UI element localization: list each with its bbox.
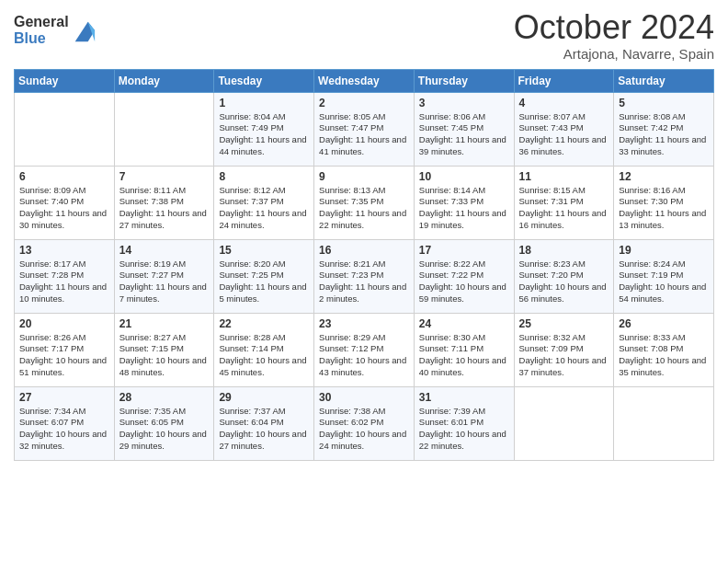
day-info: Sunrise: 8:33 AM Sunset: 7:08 PM Dayligh…	[619, 332, 709, 379]
location: Artajona, Navarre, Spain	[514, 46, 714, 62]
calendar-cell: 21Sunrise: 8:27 AM Sunset: 7:15 PM Dayli…	[114, 313, 214, 386]
day-number: 19	[619, 244, 709, 257]
day-info: Sunrise: 8:08 AM Sunset: 7:42 PM Dayligh…	[619, 111, 709, 158]
calendar-cell: 24Sunrise: 8:30 AM Sunset: 7:11 PM Dayli…	[414, 313, 514, 386]
day-info: Sunrise: 8:23 AM Sunset: 7:20 PM Dayligh…	[519, 259, 609, 305]
day-info: Sunrise: 8:06 AM Sunset: 7:45 PM Dayligh…	[419, 111, 509, 158]
calendar-cell: 6Sunrise: 8:09 AM Sunset: 7:40 PM Daylig…	[15, 166, 115, 239]
day-number: 30	[319, 391, 409, 404]
logo: General Blue	[14, 14, 97, 46]
day-number: 9	[319, 170, 409, 183]
calendar-cell: 26Sunrise: 8:33 AM Sunset: 7:08 PM Dayli…	[614, 313, 714, 386]
day-info: Sunrise: 7:37 AM Sunset: 6:04 PM Dayligh…	[219, 406, 309, 453]
calendar-cell: 5Sunrise: 8:08 AM Sunset: 7:42 PM Daylig…	[614, 92, 714, 166]
calendar-cell: 31Sunrise: 7:39 AM Sunset: 6:01 PM Dayli…	[414, 386, 514, 460]
day-info: Sunrise: 8:04 AM Sunset: 7:49 PM Dayligh…	[219, 111, 309, 158]
calendar-cell: 3Sunrise: 8:06 AM Sunset: 7:45 PM Daylig…	[414, 92, 514, 166]
day-number: 31	[419, 391, 509, 404]
day-number: 1	[219, 97, 309, 109]
day-number: 16	[319, 244, 409, 257]
col-wednesday: Wednesday	[314, 69, 415, 92]
calendar-cell: 12Sunrise: 8:16 AM Sunset: 7:30 PM Dayli…	[614, 166, 714, 239]
day-info: Sunrise: 8:11 AM Sunset: 7:38 PM Dayligh…	[119, 185, 210, 232]
calendar-body: 1Sunrise: 8:04 AM Sunset: 7:49 PM Daylig…	[15, 92, 714, 460]
calendar-cell: 13Sunrise: 8:17 AM Sunset: 7:28 PM Dayli…	[15, 239, 115, 313]
day-info: Sunrise: 8:30 AM Sunset: 7:11 PM Dayligh…	[419, 332, 509, 379]
calendar-cell: 29Sunrise: 7:37 AM Sunset: 6:04 PM Dayli…	[214, 386, 314, 460]
calendar-cell: 7Sunrise: 8:11 AM Sunset: 7:38 PM Daylig…	[114, 166, 214, 239]
day-info: Sunrise: 8:21 AM Sunset: 7:23 PM Dayligh…	[319, 259, 409, 305]
calendar-cell: 30Sunrise: 7:38 AM Sunset: 6:02 PM Dayli…	[314, 386, 415, 460]
header-row: Sunday Monday Tuesday Wednesday Thursday…	[15, 69, 714, 92]
day-info: Sunrise: 8:29 AM Sunset: 7:12 PM Dayligh…	[319, 332, 409, 379]
day-number: 25	[519, 317, 609, 330]
calendar-week-5: 27Sunrise: 7:34 AM Sunset: 6:07 PM Dayli…	[15, 386, 714, 460]
day-number: 20	[19, 317, 109, 330]
day-number: 10	[419, 170, 509, 183]
calendar-cell: 10Sunrise: 8:14 AM Sunset: 7:33 PM Dayli…	[414, 166, 514, 239]
day-info: Sunrise: 8:16 AM Sunset: 7:30 PM Dayligh…	[619, 185, 709, 232]
col-thursday: Thursday	[414, 69, 514, 92]
calendar-cell: 23Sunrise: 8:29 AM Sunset: 7:12 PM Dayli…	[314, 313, 415, 386]
month-title: October 2024	[514, 9, 714, 46]
day-number: 11	[519, 170, 609, 183]
col-friday: Friday	[514, 69, 614, 92]
calendar-week-1: 1Sunrise: 8:04 AM Sunset: 7:49 PM Daylig…	[15, 92, 714, 166]
day-number: 14	[119, 244, 210, 257]
calendar-cell: 9Sunrise: 8:13 AM Sunset: 7:35 PM Daylig…	[314, 166, 415, 239]
day-info: Sunrise: 8:28 AM Sunset: 7:14 PM Dayligh…	[219, 332, 309, 379]
day-info: Sunrise: 8:19 AM Sunset: 7:27 PM Dayligh…	[119, 259, 210, 305]
logo-blue: Blue	[14, 30, 69, 47]
day-info: Sunrise: 7:39 AM Sunset: 6:01 PM Dayligh…	[419, 406, 509, 453]
calendar-cell: 25Sunrise: 8:32 AM Sunset: 7:09 PM Dayli…	[514, 313, 614, 386]
calendar-cell: 16Sunrise: 8:21 AM Sunset: 7:23 PM Dayli…	[314, 239, 415, 313]
day-number: 17	[419, 244, 509, 257]
day-number: 6	[19, 170, 109, 183]
day-info: Sunrise: 8:14 AM Sunset: 7:33 PM Dayligh…	[419, 185, 509, 232]
day-info: Sunrise: 8:22 AM Sunset: 7:22 PM Dayligh…	[419, 259, 509, 305]
day-number: 8	[219, 170, 309, 183]
day-number: 13	[19, 244, 109, 257]
day-info: Sunrise: 8:26 AM Sunset: 7:17 PM Dayligh…	[19, 332, 109, 379]
day-number: 12	[619, 170, 709, 183]
col-monday: Monday	[114, 69, 214, 92]
day-info: Sunrise: 8:17 AM Sunset: 7:28 PM Dayligh…	[19, 259, 109, 305]
day-info: Sunrise: 8:15 AM Sunset: 7:31 PM Dayligh…	[519, 185, 609, 232]
calendar-cell	[514, 386, 614, 460]
day-number: 5	[619, 97, 709, 109]
day-info: Sunrise: 8:20 AM Sunset: 7:25 PM Dayligh…	[219, 259, 309, 305]
day-info: Sunrise: 7:38 AM Sunset: 6:02 PM Dayligh…	[319, 406, 409, 453]
calendar-cell: 17Sunrise: 8:22 AM Sunset: 7:22 PM Dayli…	[414, 239, 514, 313]
day-number: 7	[119, 170, 210, 183]
calendar-cell: 2Sunrise: 8:05 AM Sunset: 7:47 PM Daylig…	[314, 92, 415, 166]
calendar-cell	[15, 92, 115, 166]
day-info: Sunrise: 8:07 AM Sunset: 7:43 PM Dayligh…	[519, 111, 609, 158]
day-info: Sunrise: 8:12 AM Sunset: 7:37 PM Dayligh…	[219, 185, 309, 232]
day-number: 15	[219, 244, 309, 257]
calendar-cell: 20Sunrise: 8:26 AM Sunset: 7:17 PM Dayli…	[15, 313, 115, 386]
calendar-cell: 1Sunrise: 8:04 AM Sunset: 7:49 PM Daylig…	[214, 92, 314, 166]
day-info: Sunrise: 8:09 AM Sunset: 7:40 PM Dayligh…	[19, 185, 109, 232]
calendar-cell: 14Sunrise: 8:19 AM Sunset: 7:27 PM Dayli…	[114, 239, 214, 313]
day-number: 24	[419, 317, 509, 330]
day-number: 23	[319, 317, 409, 330]
calendar-week-4: 20Sunrise: 8:26 AM Sunset: 7:17 PM Dayli…	[15, 313, 714, 386]
calendar-cell: 15Sunrise: 8:20 AM Sunset: 7:25 PM Dayli…	[214, 239, 314, 313]
calendar-header: Sunday Monday Tuesday Wednesday Thursday…	[15, 69, 714, 92]
day-info: Sunrise: 8:32 AM Sunset: 7:09 PM Dayligh…	[519, 332, 609, 379]
calendar-cell: 4Sunrise: 8:07 AM Sunset: 7:43 PM Daylig…	[514, 92, 614, 166]
day-info: Sunrise: 8:05 AM Sunset: 7:47 PM Dayligh…	[319, 111, 409, 158]
calendar-cell: 19Sunrise: 8:24 AM Sunset: 7:19 PM Dayli…	[614, 239, 714, 313]
calendar-page: General Blue October 2024 Artajona, Nava…	[0, 0, 728, 563]
day-info: Sunrise: 7:35 AM Sunset: 6:05 PM Dayligh…	[119, 406, 210, 453]
day-info: Sunrise: 8:24 AM Sunset: 7:19 PM Dayligh…	[619, 259, 709, 305]
calendar-cell	[114, 92, 214, 166]
day-number: 27	[19, 391, 109, 404]
calendar-cell: 18Sunrise: 8:23 AM Sunset: 7:20 PM Dayli…	[514, 239, 614, 313]
day-info: Sunrise: 8:13 AM Sunset: 7:35 PM Dayligh…	[319, 185, 409, 232]
logo-general: General	[14, 14, 69, 30]
day-number: 3	[419, 97, 509, 109]
calendar-week-3: 13Sunrise: 8:17 AM Sunset: 7:28 PM Dayli…	[15, 239, 714, 313]
calendar-cell: 11Sunrise: 8:15 AM Sunset: 7:31 PM Dayli…	[514, 166, 614, 239]
calendar-cell: 28Sunrise: 7:35 AM Sunset: 6:05 PM Dayli…	[114, 386, 214, 460]
